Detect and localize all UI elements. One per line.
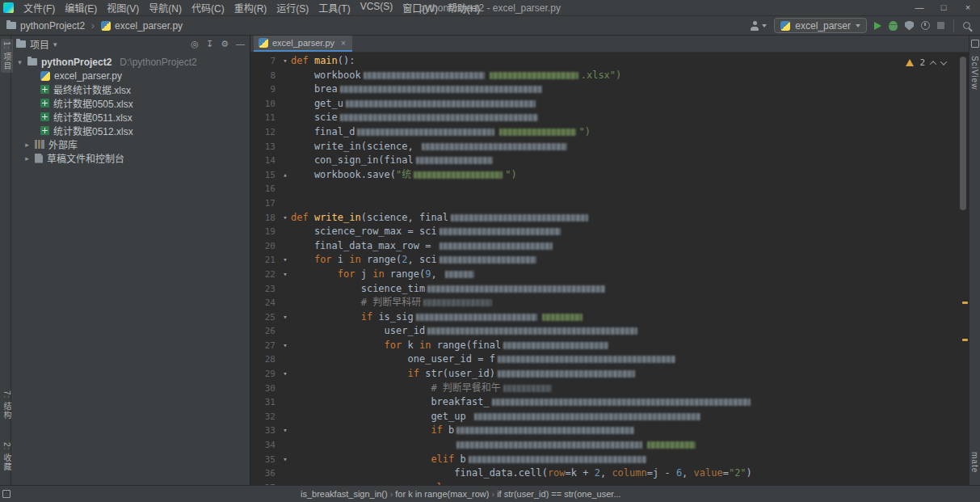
code-line[interactable]: 26 user_id (250, 324, 956, 339)
code-line[interactable]: 12 final_d") (250, 125, 956, 140)
code-line[interactable]: 30 # 判断早餐和午 (250, 382, 956, 396)
code-line[interactable]: 16 (250, 182, 956, 196)
fold-icon[interactable]: ▾ (280, 310, 291, 325)
coverage-button[interactable] (905, 21, 914, 31)
tree-file-item[interactable]: 最终统计数据.xlsx (11, 82, 250, 96)
menu-item[interactable]: 导航(N) (144, 1, 187, 15)
redacted-code (498, 356, 675, 363)
chevron-right-icon[interactable]: ▸ (23, 154, 31, 162)
code-line[interactable]: 27▾ for k in range(final (250, 339, 956, 353)
menu-item[interactable]: VCS(S) (355, 1, 398, 15)
profiler-button[interactable] (921, 21, 930, 30)
tool-button-favorites[interactable]: 2: 收藏 (1, 440, 13, 474)
inspection-widget[interactable]: 2 (906, 57, 946, 68)
tree-file-item[interactable]: excel_parser.py (11, 69, 250, 82)
code-line[interactable]: 35▾ elif b (250, 453, 956, 467)
tree-collapsed-item[interactable]: ▸草稿文件和控制台 (11, 151, 250, 165)
warning-stripe-mark[interactable] (962, 339, 968, 341)
code-line[interactable]: 18▾def write_in(science, final (250, 211, 956, 226)
code-line[interactable]: 13 write_in(science, (250, 140, 956, 154)
code-line[interactable]: 15▴ workbook.save("统") (250, 168, 956, 183)
editor-scrollbar[interactable] (960, 57, 966, 210)
code-line[interactable]: 36 final_data.cell(row=k + 2, column=j -… (250, 466, 956, 481)
fold-icon[interactable]: ▴ (280, 168, 291, 183)
menu-item[interactable]: 编辑(E) (60, 1, 102, 15)
chevron-right-icon[interactable]: ▸ (23, 141, 31, 149)
next-warning-icon[interactable] (940, 58, 947, 65)
chevron-down-icon[interactable]: ▾ (53, 40, 57, 49)
code-token (291, 368, 408, 379)
menu-item[interactable]: 代码(C) (187, 1, 229, 15)
code-line[interactable]: 19 science_row_max = sci (250, 225, 956, 239)
fold-icon[interactable]: ▾ (280, 339, 291, 353)
menu-item[interactable]: 视图(V) (102, 1, 144, 15)
tree-root-item[interactable]: ▾ pythonProject2 D:\pythonProject2 (11, 55, 250, 69)
fold-icon[interactable]: ▾ (280, 268, 291, 282)
code-line[interactable]: 32 get_up (250, 410, 956, 424)
code-line[interactable]: 22▾ for j in range(9, (250, 268, 956, 282)
debug-button[interactable] (889, 21, 898, 31)
breadcrumb-file[interactable]: excel_parser.py (115, 20, 183, 32)
tool-button-sciview[interactable]: SciView (970, 53, 979, 92)
code-editor[interactable]: 7▾def main():8 workbook.xlsx")9 brea10 g… (250, 53, 969, 485)
fold-icon[interactable]: ▾ (280, 453, 291, 467)
previous-warning-icon[interactable] (930, 61, 936, 67)
breadcrumb-project[interactable]: pythonProject2 (20, 20, 85, 32)
code-line[interactable]: 25▾ if is_sig (250, 310, 956, 325)
menu-item[interactable]: 重构(R) (229, 1, 272, 15)
breadcrumb-item[interactable]: is_breakfast_sign_in() (301, 489, 388, 499)
tree-collapsed-item[interactable]: ▸外部库 (11, 137, 250, 151)
code-line[interactable]: 23 science_tim (250, 282, 956, 297)
code-line[interactable]: 28 one_user_id = f (250, 352, 956, 367)
minimize-button[interactable]: — (907, 0, 932, 15)
breadcrumb-item[interactable]: if str(user_id) == str(one_user... (497, 489, 620, 499)
code-line[interactable]: 31 breakfast_ (250, 395, 956, 410)
tool-button-project[interactable]: 1: 项目 (1, 39, 13, 73)
maximize-button[interactable]: □ (932, 0, 956, 15)
code-line[interactable]: 29▾ if str(user_id) (250, 367, 956, 382)
fold-icon[interactable]: ▾ (280, 253, 291, 268)
tree-file-item[interactable]: 统计数据0505.xlsx (11, 96, 250, 110)
tool-button-structure[interactable]: 7: 结构 (1, 388, 13, 422)
code-line[interactable]: 11 scie (250, 111, 956, 125)
code-line[interactable]: 33▾ if b (250, 424, 956, 438)
run-button[interactable] (874, 22, 881, 30)
chevron-down-icon[interactable]: ▾ (16, 58, 23, 66)
close-button[interactable]: × (956, 0, 980, 15)
code-line[interactable]: 34 (250, 438, 956, 453)
code-line[interactable]: 20 final_data_max_row = (250, 239, 956, 254)
editor-tab[interactable]: excel_parser.py × (254, 36, 352, 52)
fold-icon[interactable]: ▾ (280, 54, 291, 69)
close-tab-icon[interactable]: × (341, 39, 346, 48)
locate-file-icon[interactable]: ◎ (191, 40, 199, 49)
code-line[interactable]: 8 workbook.xlsx") (250, 69, 956, 83)
menu-item[interactable]: 运行(S) (271, 1, 313, 15)
code-line[interactable]: 17 (250, 196, 956, 211)
code-line[interactable]: 10 get_u (250, 97, 956, 112)
tool-window-switcher-icon[interactable] (2, 490, 11, 498)
tree-file-item[interactable]: 统计数据0511.xlsx (11, 110, 250, 124)
search-everywhere-button[interactable] (963, 22, 970, 29)
tree-file-item[interactable]: 统计数据0512.xlsx (11, 124, 250, 137)
fold-icon[interactable]: ▾ (280, 424, 291, 438)
breadcrumb-item[interactable]: for k in range(max_row) (395, 489, 489, 499)
warning-stripe-mark[interactable] (962, 302, 968, 304)
hide-panel-icon[interactable]: — (236, 40, 245, 49)
code-line[interactable]: 7▾def main(): (250, 54, 956, 69)
menu-item[interactable]: 工具(T) (313, 1, 355, 15)
menu-item[interactable]: 文件(F) (19, 1, 60, 15)
code-line[interactable]: 9 brea (250, 82, 956, 97)
panel-settings-gear-icon[interactable]: ⚙ (221, 40, 229, 49)
collapse-all-icon[interactable]: ↧ (206, 40, 213, 49)
sciview-icon[interactable] (971, 40, 979, 48)
code-line[interactable]: 21▾ for i in range(2, sci (250, 253, 956, 268)
code-line[interactable]: 14 con_sign_in(final (250, 154, 956, 168)
project-panel-title[interactable]: 项目 (30, 37, 49, 51)
code-line[interactable]: 24 # 判断早科研 (250, 296, 956, 310)
fold-icon[interactable]: ▾ (280, 367, 291, 382)
stop-button[interactable] (937, 22, 944, 29)
run-config-select[interactable]: excel_parser (774, 18, 867, 33)
tool-button-bottom-right[interactable]: mate (970, 449, 979, 475)
manage-targets-button[interactable] (750, 21, 767, 31)
fold-icon[interactable]: ▾ (280, 211, 291, 226)
